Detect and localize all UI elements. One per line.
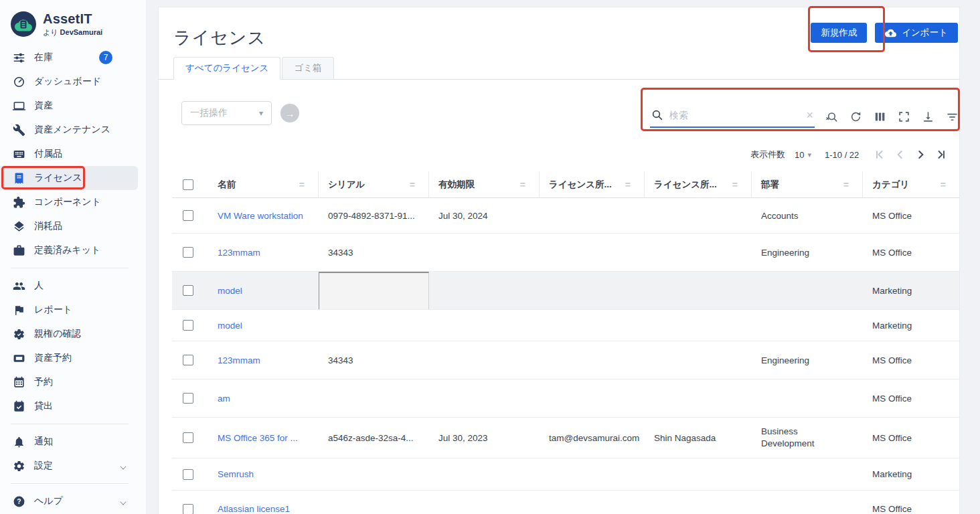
row-checkbox[interactable]	[183, 320, 193, 331]
column-menu-icon[interactable]: =	[941, 179, 950, 190]
column-header-department[interactable]: 部署	[761, 179, 779, 191]
search-input[interactable]	[669, 110, 793, 120]
tab-all-licenses[interactable]: すべてのライセンス	[173, 57, 280, 80]
refresh-icon[interactable]	[849, 110, 862, 123]
column-header-license-owner-email[interactable]: ライセンス所...	[549, 179, 612, 191]
sidebar-nav: 在庫 7 ダッシュボード 資産 資産メンテナンス 付属品 ライセンス コンポーネ…	[0, 46, 146, 513]
row-checkbox[interactable]	[183, 504, 193, 514]
tab-trash[interactable]: ゴミ箱	[282, 57, 333, 80]
bulk-action-select[interactable]: 一括操作 ▾	[181, 101, 272, 125]
row-checkbox[interactable]	[183, 393, 193, 404]
import-button[interactable]: インポート	[875, 23, 958, 43]
sidebar-item-consumables[interactable]: 消耗品	[0, 214, 146, 238]
sidebar-item-licenses[interactable]: ライセンス	[0, 166, 138, 190]
table-header-row: 名前= シリアル= 有効期限= ライセンス所...= ライセンス所...= 部署…	[172, 171, 959, 198]
row-checkbox[interactable]	[183, 247, 193, 258]
row-checkbox[interactable]	[183, 355, 193, 365]
license-name-link[interactable]: VM Ware workstation	[218, 211, 303, 221]
sidebar-item-help[interactable]: ? ヘルプ	[0, 489, 146, 513]
sidebar-item-people[interactable]: 人	[0, 274, 146, 298]
column-menu-icon[interactable]: =	[625, 179, 635, 190]
focused-cell[interactable]	[319, 272, 429, 309]
sidebar-item-dashboard[interactable]: ダッシュボード	[0, 70, 146, 94]
row-checkbox[interactable]	[183, 285, 193, 296]
download-icon[interactable]	[922, 110, 934, 123]
bulk-action-apply-button[interactable]: →	[280, 104, 299, 122]
calendar-icon	[13, 376, 25, 389]
sidebar-item-components[interactable]: コンポーネント	[0, 190, 146, 214]
sidebar-item-checkout[interactable]: 貸出	[0, 394, 146, 418]
license-name-link[interactable]: Atlassian license1	[218, 504, 290, 514]
laptop-icon	[13, 100, 25, 112]
column-header-license-owner-name[interactable]: ライセンス所...	[654, 179, 717, 191]
sidebar-item-asset-booking[interactable]: 資産予約	[0, 346, 146, 370]
puzzle-icon	[13, 196, 25, 209]
first-page-button[interactable]	[872, 147, 888, 163]
license-name-link[interactable]: model	[218, 321, 242, 331]
chevron-down-icon: ▾	[259, 108, 263, 118]
row-checkbox[interactable]	[183, 432, 193, 443]
gear-check-icon	[13, 328, 25, 341]
cloud-upload-icon	[885, 27, 896, 39]
license-name-link[interactable]: MS Office 365 for ...	[218, 433, 298, 443]
chevron-down-icon[interactable]: ▾	[807, 151, 811, 159]
create-new-button[interactable]: 新規作成	[811, 23, 867, 43]
sidebar-item-settings[interactable]: 設定	[0, 454, 146, 478]
sidebar-item-notifications[interactable]: 通知	[0, 430, 146, 454]
layers-icon	[13, 220, 25, 233]
column-header-name[interactable]: 名前	[218, 179, 236, 191]
fullscreen-icon[interactable]	[898, 110, 910, 123]
row-checkbox[interactable]	[183, 210, 193, 221]
people-icon	[13, 280, 25, 292]
licenses-table: 名前= シリアル= 有効期限= ライセンス所...= ライセンス所...= 部署…	[159, 171, 959, 514]
filter-icon[interactable]	[946, 110, 959, 123]
sidebar-item-predefined-kits[interactable]: 定義済みキット	[0, 238, 146, 262]
sidebar: AssetIT より DevSamurai 在庫 7 ダッシュボード 資産 資産…	[0, 0, 147, 514]
next-page-button[interactable]	[912, 147, 928, 163]
page-title: ライセンス	[173, 26, 266, 50]
keyboard-icon	[13, 148, 25, 161]
sidebar-item-reservations[interactable]: 予約	[0, 370, 146, 394]
sidebar-divider	[11, 483, 129, 484]
sidebar-item-inventory[interactable]: 在庫 7	[0, 46, 146, 70]
svg-text:?: ?	[17, 498, 21, 505]
last-page-button[interactable]	[932, 147, 949, 163]
columns-icon[interactable]	[874, 110, 886, 123]
license-name-link[interactable]: am	[218, 394, 230, 404]
row-checkbox[interactable]	[183, 469, 193, 480]
flag-icon	[13, 304, 25, 317]
column-menu-icon[interactable]: =	[843, 179, 853, 190]
license-name-link[interactable]: Semrush	[218, 469, 254, 479]
license-name-link[interactable]: model	[218, 286, 242, 296]
column-menu-icon[interactable]: =	[299, 179, 309, 190]
sidebar-item-asset-maintenance[interactable]: 資産メンテナンス	[0, 118, 146, 142]
search-field[interactable]: ×	[650, 105, 815, 128]
column-menu-icon[interactable]: =	[520, 179, 529, 190]
column-header-expiry[interactable]: 有効期限	[438, 179, 475, 191]
select-all-checkbox[interactable]	[183, 179, 193, 190]
clear-search-icon[interactable]: ×	[806, 109, 813, 121]
license-name-link[interactable]: 123mmam	[218, 248, 260, 258]
column-header-category[interactable]: カテゴリ	[872, 179, 909, 191]
rows-per-page-value[interactable]: 10	[795, 150, 804, 160]
pagination: 表示件数 10 ▾ 1-10 / 22	[750, 147, 949, 163]
search-off-icon[interactable]	[825, 110, 838, 123]
sidebar-item-reports[interactable]: レポート	[0, 298, 146, 322]
ticket-icon	[13, 352, 25, 365]
table-row: Atlassian license1 MS Office	[172, 491, 959, 514]
table-row: model Marketing	[172, 310, 959, 341]
column-header-serial[interactable]: シリアル	[328, 179, 365, 191]
sidebar-item-assets[interactable]: 資産	[0, 94, 146, 118]
sidebar-divider	[11, 268, 129, 268]
table-row: 123mmam 34343 Engineering MS Office	[172, 341, 959, 379]
license-name-link[interactable]: 123mmam	[218, 355, 260, 365]
wrench-icon	[13, 124, 25, 137]
chevron-down-icon	[120, 463, 126, 469]
column-menu-icon[interactable]: =	[410, 179, 419, 190]
previous-page-button[interactable]	[892, 147, 908, 163]
license-tabs: すべてのライセンス ゴミ箱	[173, 57, 334, 80]
column-menu-icon[interactable]: =	[732, 179, 742, 190]
app-title: AssetIT	[43, 11, 102, 27]
sidebar-item-audit[interactable]: 親権の確認	[0, 322, 146, 346]
sidebar-item-accessories[interactable]: 付属品	[0, 142, 146, 166]
